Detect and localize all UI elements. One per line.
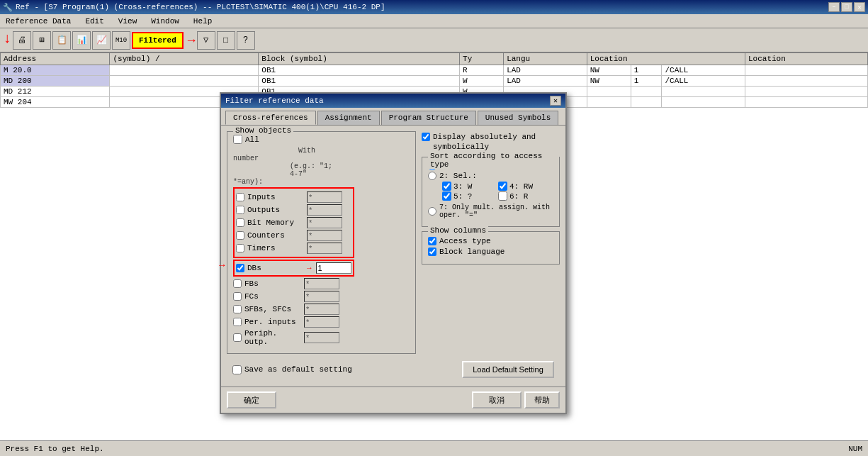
right-buttons: 取消 帮助 — [472, 391, 560, 408]
menu-edit[interactable]: Edit — [82, 16, 106, 27]
filter-button[interactable]: □ — [217, 31, 235, 50]
close-button[interactable]: ✕ — [854, 2, 865, 12]
sort-3w: 3: W — [442, 182, 497, 191]
outputs-row: Outputs — [236, 204, 351, 216]
per-inputs-label: Per. inputs — [244, 318, 301, 326]
outputs-label: Outputs — [247, 206, 304, 214]
maximize-button[interactable]: □ — [841, 2, 852, 12]
ok-button[interactable]: 确定 — [227, 391, 276, 408]
app-icon: 🔧 — [3, 3, 13, 12]
all-checkbox[interactable] — [233, 135, 242, 144]
periph-outp-checkbox[interactable] — [233, 333, 242, 342]
tab-unused-symbols[interactable]: Unused Symbols — [478, 111, 558, 125]
tab-assignment[interactable]: Assignment — [317, 111, 380, 125]
sort-5q-checkbox[interactable] — [442, 191, 451, 201]
sort-group: Sort according to access type 1: All 2: … — [422, 157, 560, 227]
block-language-checkbox[interactable] — [428, 248, 436, 256]
timers-label: Timers — [247, 244, 304, 252]
table-row[interactable]: MD 200 OB1 W LAD NW 1 /CALL — [1, 76, 868, 87]
menu-view[interactable]: View — [115, 16, 140, 27]
per-inputs-value — [304, 316, 339, 328]
fbs-checkbox[interactable] — [233, 279, 242, 288]
fcs-value — [304, 291, 339, 302]
toolbar: ↓ 🖨 ⊞ 📋 📊 📈 M10 Filtered → ▽ □ ? — [0, 28, 868, 52]
col-loc2: Location — [745, 53, 868, 65]
inputs-value — [307, 191, 342, 203]
per-inputs-checkbox[interactable] — [233, 318, 242, 326]
inputs-checkbox[interactable] — [236, 193, 244, 201]
access-type-label: Access type — [439, 237, 491, 245]
status-bar: Press F1 to get Help. NUM — [0, 440, 868, 456]
counters-row: Counters — [236, 230, 351, 241]
save-default-checkbox[interactable] — [232, 365, 242, 374]
all-row: All — [233, 135, 354, 144]
tab-cross-references[interactable]: Cross-references — [225, 111, 316, 125]
view3-button[interactable]: 📊 — [72, 31, 91, 50]
table-row[interactable]: M 20.0 OB1 R LAD NW 1 /CALL — [1, 65, 868, 76]
col-ty: Ty — [460, 53, 504, 65]
dbs-container: → DBs → — [233, 260, 354, 277]
view4-button[interactable]: 📈 — [92, 31, 111, 50]
fcs-checkbox[interactable] — [233, 292, 242, 301]
toolbar-red-arrow: → — [188, 33, 196, 48]
sort-6r-label: 6: R — [509, 192, 528, 201]
col-symbol: (symbol) / — [110, 53, 259, 65]
all-label: All — [245, 135, 259, 144]
periph-outp-row: Periph. outp. — [233, 329, 354, 346]
outputs-checkbox[interactable] — [236, 206, 244, 214]
sfbs-sfcs-checkbox[interactable] — [233, 305, 242, 313]
sort-3w-label: 3: W — [453, 182, 472, 191]
sort-sub-checks: 3: W 4: RW 5: ? 6: R — [442, 182, 553, 201]
sort-mult-row: 7: Only mult. assign. with oper. "=" — [428, 204, 553, 219]
sort-3w-checkbox[interactable] — [442, 182, 451, 191]
cancel-button[interactable]: 取消 — [472, 391, 522, 408]
dbs-checkbox[interactable] — [236, 264, 244, 272]
dbs-value[interactable] — [316, 262, 351, 274]
dbs-label: DBs — [247, 264, 304, 272]
m10-button[interactable]: M10 — [112, 31, 130, 50]
sort-mult-radio[interactable] — [428, 207, 436, 216]
sort-sel-radio[interactable] — [428, 172, 436, 180]
sort-6r-checkbox[interactable] — [498, 191, 507, 201]
fbs-label: FBs — [244, 279, 301, 288]
periph-outp-value — [304, 332, 339, 343]
load-default-button[interactable]: Load Default Setting — [462, 361, 554, 378]
save-default-label: Save as default setting — [244, 365, 352, 374]
window-title-area: 🔧 Ref - [S7 Program(1) (Cross-references… — [3, 3, 385, 12]
dialog-title-bar: Filter reference data ✕ — [221, 94, 565, 108]
menu-help[interactable]: Help — [191, 16, 215, 27]
sfbs-sfcs-value — [304, 304, 339, 315]
col-loc1: Location — [587, 53, 745, 65]
timers-checkbox[interactable] — [236, 244, 244, 252]
view2-button[interactable]: 📋 — [52, 31, 71, 50]
tab-program-structure[interactable]: Program Structure — [381, 111, 476, 125]
help-button[interactable]: ? — [237, 31, 255, 50]
menu-reference-data[interactable]: Reference Data — [3, 16, 74, 27]
funnel-button[interactable]: ▽ — [197, 31, 215, 50]
inputs-label: Inputs — [247, 193, 304, 201]
sort-4rw-checkbox[interactable] — [498, 182, 507, 191]
menu-bar: Reference Data Edit View Window Help — [0, 14, 868, 28]
access-type-checkbox[interactable] — [428, 237, 436, 245]
checkboxes-column: All With number (e.g.: "1; 4-7" *=any): — [233, 135, 354, 347]
outputs-value — [307, 204, 342, 216]
view-button[interactable]: ⊞ — [33, 31, 51, 50]
status-message: Press F1 to get Help. — [6, 445, 104, 453]
bit-memory-value — [307, 217, 342, 228]
bit-memory-checkbox[interactable] — [236, 218, 244, 227]
sfbs-sfcs-label: SFBs, SFCs — [244, 305, 301, 313]
counters-checkbox[interactable] — [236, 231, 244, 240]
dialog-close-button[interactable]: ✕ — [550, 96, 561, 106]
timers-row: Timers — [236, 243, 351, 254]
minimize-button[interactable]: – — [828, 2, 840, 12]
menu-window[interactable]: Window — [148, 16, 182, 27]
help-button-dialog[interactable]: 帮助 — [524, 391, 560, 408]
print-button[interactable]: 🖨 — [13, 31, 31, 50]
col-address: Address — [1, 53, 110, 65]
display-absolutely-checkbox[interactable] — [422, 133, 430, 141]
sort-sel-row: 2: Sel.: — [428, 172, 553, 180]
periph-outp-label: Periph. outp. — [244, 329, 301, 346]
sort-group-label: Sort according to access type — [428, 152, 559, 169]
right-panel: Display absolutely and symbolically Sort… — [422, 131, 560, 358]
block-language-label: Block language — [439, 248, 505, 256]
